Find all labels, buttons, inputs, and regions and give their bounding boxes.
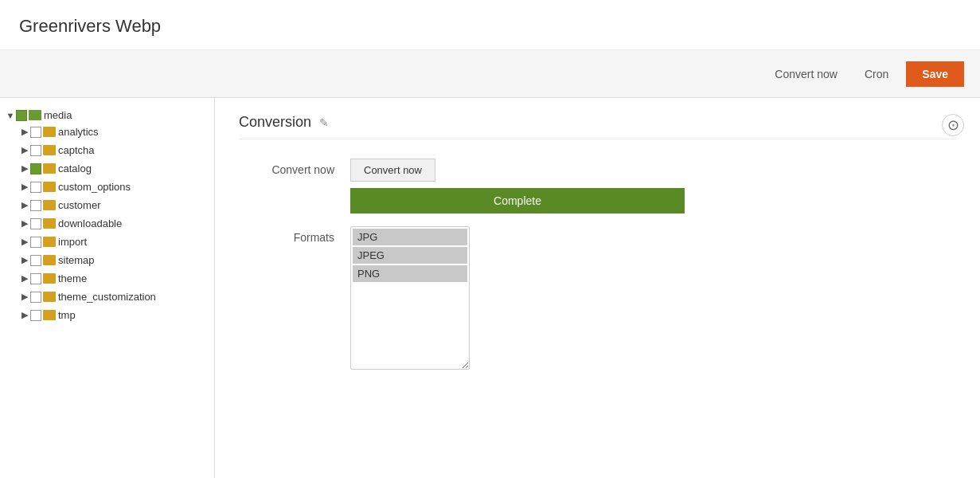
collapse-button[interactable]: ⊙ [942,114,964,136]
tree-item-label: customer [58,199,100,211]
tree-item: ▶captcha [14,141,214,159]
sidebar-item-tmp[interactable]: ▶tmp [14,308,214,323]
tree-item-label: analytics [58,126,99,138]
tree-item-label: import [58,236,87,248]
tree-item-label: sitemap [58,254,95,266]
tree-item: ▶sitemap [14,251,214,269]
formats-row: Formats JPGJPEGPNG [239,226,956,370]
root-check-icon[interactable] [16,110,27,121]
tree-item: ▶theme [14,269,214,288]
tree-item: ▶import [14,233,214,251]
check-icon[interactable] [30,273,41,284]
folder-icon [43,273,56,284]
tree-root-row[interactable]: ▼ media [0,108,214,123]
cron-button[interactable]: Cron [855,63,898,85]
tree-toggle-icon: ▶ [19,163,30,174]
tree-toggle-icon: ▶ [19,255,30,265]
tree-item: ▶theme_customization [14,288,214,306]
root-folder-icon [29,110,41,120]
check-icon[interactable] [30,310,41,321]
folder-icon [43,145,56,155]
folder-icon [43,218,56,229]
section-header: Conversion ✎ [239,114,956,139]
tree-toggle-icon: ▶ [19,127,30,137]
formats-field: JPGJPEGPNG [350,226,956,370]
check-icon[interactable] [30,145,41,156]
toolbar: Convert now Cron Save [0,50,980,98]
tree-item-label: custom_options [58,181,131,193]
tree-item-label: catalog [58,163,92,174]
tree-toggle-icon: ▶ [19,145,30,155]
convert-now-button[interactable]: Convert now [350,159,435,182]
sidebar-item-downloadable[interactable]: ▶downloadable [14,216,214,231]
tree-item: ▶analytics [14,123,214,141]
tree-toggle-icon: ▶ [19,292,30,302]
app-title: Greenrivers Webp [0,0,980,50]
convert-now-toolbar-button[interactable]: Convert now [765,63,847,85]
sidebar-item-theme_customization[interactable]: ▶theme_customization [14,289,214,304]
sidebar-item-import[interactable]: ▶import [14,234,214,249]
check-icon[interactable] [30,292,41,303]
complete-bar: Complete [350,188,685,214]
check-icon[interactable] [30,127,41,138]
check-icon[interactable] [30,182,41,193]
sidebar-item-captcha[interactable]: ▶captcha [14,143,214,158]
tree-item-label: theme_customization [58,291,156,303]
tree-root-item: ▼ media ▶analytics▶captcha▶catalog▶custo… [0,106,214,326]
tree-toggle-icon: ▶ [19,182,30,192]
check-icon[interactable] [30,255,41,266]
check-icon[interactable] [30,218,41,229]
sidebar-item-catalog[interactable]: ▶catalog [14,161,214,176]
tree-item-label: captcha [58,144,95,156]
sidebar-item-customer[interactable]: ▶customer [14,198,214,213]
convert-now-row: Convert now Convert now Complete [239,159,956,214]
main-content: Conversion ✎ ⊙ Convert now Convert now C… [215,98,980,478]
check-icon[interactable] [30,237,41,248]
tree-toggle-icon: ▶ [19,200,30,210]
tree-toggle-icon: ▶ [19,218,30,229]
formats-label: Formats [239,226,350,244]
tree-item: ▶custom_options [14,178,214,196]
convert-now-field: Convert now Complete [350,159,956,214]
check-icon[interactable] [30,163,41,174]
tree-toggle-icon: ▶ [19,273,30,284]
folder-icon [43,292,56,302]
formats-select[interactable]: JPGJPEGPNG [350,226,470,370]
tree-toggle-icon: ▶ [19,310,30,320]
folder-icon [43,127,56,137]
save-button[interactable]: Save [906,61,964,87]
tree-item: ▶catalog [14,159,214,178]
tree-toggle-icon: ▶ [19,237,30,247]
sidebar-item-analytics[interactable]: ▶analytics [14,124,214,139]
folder-icon [43,163,56,174]
tree-item-label: tmp [58,309,76,321]
sidebar-item-theme[interactable]: ▶theme [14,271,214,286]
tree-item: ▶tmp [14,306,214,324]
root-label: media [44,109,72,121]
tree-item-label: theme [58,272,87,284]
convert-now-field-label: Convert now [239,159,350,176]
section-title: Conversion [239,114,311,131]
tree-toggle-icon: ▼ [5,111,16,120]
edit-icon[interactable]: ✎ [319,116,329,129]
sidebar-item-custom_options[interactable]: ▶custom_options [14,179,214,194]
sidebar: ▼ media ▶analytics▶captcha▶catalog▶custo… [0,98,215,478]
folder-icon [43,255,56,265]
tree-item-label: downloadable [58,217,122,229]
tree-item: ▶downloadable [14,214,214,233]
folder-icon [43,310,56,320]
folder-icon [43,237,56,247]
sidebar-item-sitemap[interactable]: ▶sitemap [14,253,214,268]
tree-item: ▶customer [14,196,214,214]
folder-icon [43,182,56,192]
check-icon[interactable] [30,200,41,211]
folder-icon [43,200,56,210]
